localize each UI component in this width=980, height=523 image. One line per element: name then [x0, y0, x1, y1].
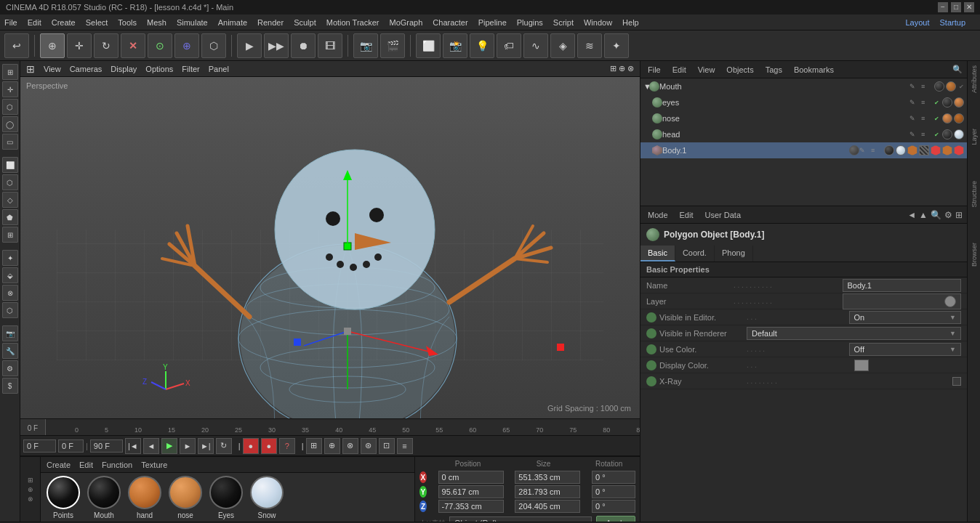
left-tool-1[interactable]: ⊞: [2, 64, 18, 80]
menu-mesh[interactable]: Mesh: [147, 18, 166, 27]
last-frame-btn[interactable]: ►|: [198, 438, 214, 454]
tl-key2[interactable]: ●: [261, 438, 277, 454]
props-visible-editor-dropdown[interactable]: On ▼: [849, 311, 962, 324]
obj-search-icon[interactable]: 🔍: [952, 65, 963, 74]
record-button[interactable]: ⏺: [291, 33, 316, 58]
end-frame-field[interactable]: [90, 439, 123, 453]
tl-key3[interactable]: ?: [279, 438, 295, 454]
menu-render[interactable]: Render: [257, 18, 284, 27]
next-key-btn[interactable]: ►: [180, 438, 196, 454]
viewport[interactable]: ⊞ View Cameras Display Options Filter Pa…: [20, 61, 640, 418]
object-button[interactable]: ⬜: [416, 33, 441, 58]
vp-panel-menu[interactable]: Panel: [209, 65, 229, 73]
menu-select[interactable]: Select: [86, 18, 108, 27]
props-icon-5[interactable]: ⊞: [955, 210, 963, 220]
left-tool-10[interactable]: ⊞: [2, 227, 18, 243]
left-tool-16[interactable]: 🔧: [2, 343, 18, 359]
left-tool-3[interactable]: ⬡: [2, 99, 18, 115]
tl-key1[interactable]: ●: [243, 438, 259, 454]
world-button[interactable]: ⬡: [201, 33, 226, 58]
select-z-button[interactable]: ⊕: [174, 33, 199, 58]
display-color-swatch[interactable]: [854, 360, 869, 371]
light-button[interactable]: 💡: [470, 33, 494, 58]
camera-button[interactable]: 📸: [443, 33, 467, 58]
props-edit[interactable]: Edit: [677, 211, 696, 219]
tag-button[interactable]: 🏷: [497, 33, 521, 58]
left-tool-13[interactable]: ⊗: [2, 285, 18, 301]
menu-motion-tracker[interactable]: Motion Tracker: [326, 18, 379, 27]
menu-simulate[interactable]: Simulate: [177, 18, 208, 27]
obj-edit-menu[interactable]: Edit: [670, 65, 689, 74]
play-fwd-button[interactable]: ▶▶: [264, 33, 289, 58]
mat-create[interactable]: Create: [47, 461, 71, 469]
material-hand[interactable]: hand: [128, 476, 161, 519]
left-tool-4[interactable]: ◯: [2, 116, 18, 132]
object-row-eyes[interactable]: eyes ✎ ≡ ✔: [640, 94, 967, 110]
obj-objects-menu[interactable]: Objects: [723, 65, 756, 74]
current-frame-field[interactable]: [23, 439, 56, 453]
menu-window[interactable]: Window: [584, 18, 612, 27]
vp-options-menu[interactable]: Options: [145, 65, 173, 73]
mat-function[interactable]: Function: [102, 461, 132, 469]
rotate-tool-button[interactable]: ↻: [94, 33, 119, 58]
rot-h-field[interactable]: [592, 471, 635, 484]
vp-filter-menu[interactable]: Filter: [182, 65, 199, 73]
object-row-mouth[interactable]: ▼ Mouth ✎ ≡ ✔: [640, 78, 967, 94]
play-btn[interactable]: ▶: [161, 438, 177, 454]
left-tool-12[interactable]: ⬙: [2, 267, 18, 283]
vp-display-menu[interactable]: Display: [111, 65, 137, 73]
menu-character[interactable]: Character: [433, 18, 467, 27]
loop-btn[interactable]: ↻: [216, 438, 232, 454]
rot-b-field[interactable]: [592, 500, 635, 513]
scale-tool-button[interactable]: ✛: [67, 33, 92, 58]
menu-help[interactable]: Help: [622, 18, 639, 27]
material-nose[interactable]: nose: [169, 476, 202, 519]
left-tool-9[interactable]: ⬟: [2, 209, 18, 225]
xray-checkbox[interactable]: [952, 377, 961, 386]
size-x-field[interactable]: [515, 471, 580, 484]
rot-p-field[interactable]: [592, 485, 635, 498]
menu-pipeline[interactable]: Pipeline: [478, 18, 507, 27]
close-button[interactable]: ✕: [964, 2, 974, 12]
left-tool-14[interactable]: ⬡: [2, 302, 18, 318]
window-controls[interactable]: − □ ✕: [938, 2, 974, 12]
record-pos-button[interactable]: 🎞: [318, 33, 342, 58]
size-z-field[interactable]: [515, 500, 580, 513]
left-tool-15[interactable]: 📷: [2, 325, 18, 341]
snap-move-btn[interactable]: ⊞: [306, 438, 322, 454]
left-tool-18[interactable]: $: [2, 378, 18, 394]
material-mouth[interactable]: Mouth: [87, 476, 121, 519]
object-rel-dropdown[interactable]: Object (Rel) ▼: [449, 516, 592, 522]
viewport-canvas[interactable]: Perspective: [20, 77, 640, 418]
props-icon-4[interactable]: ⚙: [944, 210, 952, 220]
props-name-input[interactable]: [843, 279, 962, 292]
light2-button[interactable]: ✦: [604, 33, 629, 58]
left-tool-2[interactable]: ✛: [2, 81, 18, 97]
select-button[interactable]: ✕: [121, 33, 145, 58]
tab-basic[interactable]: Basic: [640, 246, 675, 262]
maximize-button[interactable]: □: [951, 2, 961, 12]
menu-edit[interactable]: Edit: [28, 18, 41, 27]
tab-coord[interactable]: Coord.: [675, 246, 715, 262]
snap-pivot-btn[interactable]: ⊛: [361, 438, 377, 454]
props-mode[interactable]: Mode: [645, 211, 671, 219]
snap-rot-btn[interactable]: ⊕: [324, 438, 340, 454]
pos-z-field[interactable]: [438, 500, 504, 513]
mat-texture[interactable]: Texture: [141, 461, 167, 469]
left-tool-6[interactable]: ⬜: [2, 157, 18, 173]
obj-file-menu[interactable]: File: [645, 65, 664, 74]
pos-y-field[interactable]: [438, 485, 504, 498]
obj-view-menu[interactable]: View: [695, 65, 718, 74]
mat-edit[interactable]: Edit: [79, 461, 93, 469]
props-icon-1[interactable]: ◄: [907, 210, 916, 220]
tab-phong[interactable]: Phong: [715, 246, 753, 262]
left-tool-17[interactable]: ⚙: [2, 360, 18, 376]
menu-create[interactable]: Create: [52, 18, 76, 27]
browser-tab[interactable]: Browser: [971, 240, 978, 269]
props-visible-renderer-dropdown[interactable]: Default ▼: [747, 327, 961, 340]
menu-mograph[interactable]: MoGraph: [389, 18, 422, 27]
snap-5-btn[interactable]: ⊡: [379, 438, 395, 454]
size-y-field[interactable]: [515, 485, 580, 498]
spline-button[interactable]: ∿: [523, 33, 548, 58]
props-userdata[interactable]: User Data: [702, 211, 744, 219]
